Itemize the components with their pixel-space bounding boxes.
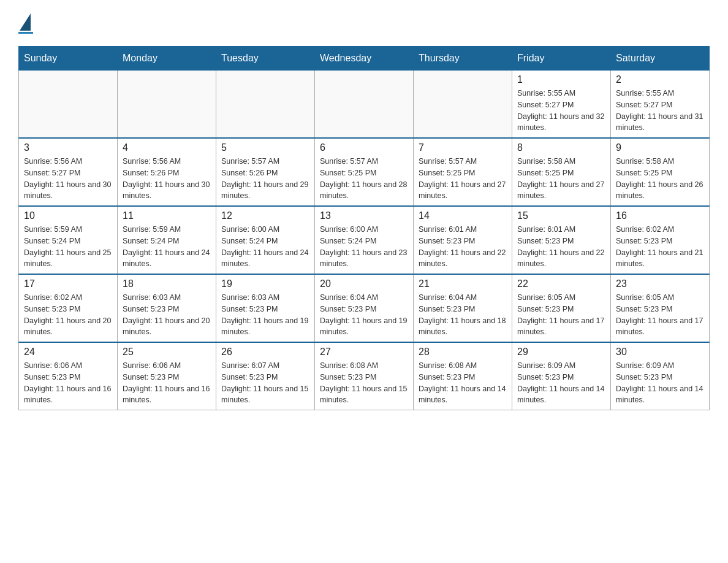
- day-info: Sunrise: 5:59 AMSunset: 5:24 PMDaylight:…: [123, 224, 211, 270]
- calendar-cell: 21Sunrise: 6:04 AMSunset: 5:23 PMDayligh…: [414, 274, 512, 342]
- day-number: 30: [616, 347, 704, 358]
- day-number: 27: [320, 347, 408, 358]
- day-info: Sunrise: 6:09 AMSunset: 5:23 PMDaylight:…: [616, 360, 704, 406]
- day-number: 7: [419, 142, 507, 153]
- day-info: Sunrise: 5:57 AMSunset: 5:25 PMDaylight:…: [419, 156, 507, 202]
- weekday-header-tuesday: Tuesday: [216, 47, 315, 71]
- calendar-cell: 24Sunrise: 6:06 AMSunset: 5:23 PMDayligh…: [19, 342, 118, 410]
- calendar-week-row: 24Sunrise: 6:06 AMSunset: 5:23 PMDayligh…: [19, 342, 710, 410]
- day-number: 25: [123, 347, 211, 358]
- day-info: Sunrise: 5:55 AMSunset: 5:27 PMDaylight:…: [517, 88, 605, 134]
- day-info: Sunrise: 5:58 AMSunset: 5:25 PMDaylight:…: [517, 156, 605, 202]
- calendar-cell: 27Sunrise: 6:08 AMSunset: 5:23 PMDayligh…: [315, 342, 414, 410]
- calendar-cell: [414, 71, 512, 139]
- weekday-header-wednesday: Wednesday: [315, 47, 414, 71]
- calendar-cell: 14Sunrise: 6:01 AMSunset: 5:23 PMDayligh…: [414, 206, 512, 274]
- calendar-cell: 13Sunrise: 6:00 AMSunset: 5:24 PMDayligh…: [315, 206, 414, 274]
- calendar-cell: 5Sunrise: 5:57 AMSunset: 5:26 PMDaylight…: [216, 138, 315, 206]
- day-info: Sunrise: 6:09 AMSunset: 5:23 PMDaylight:…: [517, 360, 605, 406]
- page-header: [18, 12, 710, 34]
- calendar-cell: 19Sunrise: 6:03 AMSunset: 5:23 PMDayligh…: [216, 274, 315, 342]
- weekday-header-saturday: Saturday: [611, 47, 710, 71]
- day-info: Sunrise: 6:01 AMSunset: 5:23 PMDaylight:…: [517, 224, 605, 270]
- day-number: 12: [221, 210, 309, 221]
- day-info: Sunrise: 5:55 AMSunset: 5:27 PMDaylight:…: [616, 88, 704, 134]
- calendar-cell: [19, 71, 118, 139]
- day-info: Sunrise: 6:06 AMSunset: 5:23 PMDaylight:…: [24, 360, 112, 406]
- day-info: Sunrise: 5:57 AMSunset: 5:25 PMDaylight:…: [320, 156, 408, 202]
- day-number: 6: [320, 142, 408, 153]
- day-number: 14: [419, 210, 507, 221]
- day-number: 9: [616, 142, 704, 153]
- calendar-cell: 12Sunrise: 6:00 AMSunset: 5:24 PMDayligh…: [216, 206, 315, 274]
- weekday-header-row: SundayMondayTuesdayWednesdayThursdayFrid…: [19, 47, 710, 71]
- calendar-cell: 3Sunrise: 5:56 AMSunset: 5:27 PMDaylight…: [19, 138, 118, 206]
- day-info: Sunrise: 5:56 AMSunset: 5:26 PMDaylight:…: [123, 156, 211, 202]
- calendar-cell: [216, 71, 315, 139]
- day-info: Sunrise: 5:56 AMSunset: 5:27 PMDaylight:…: [24, 156, 112, 202]
- logo-underline: [18, 32, 33, 34]
- calendar-cell: [315, 71, 414, 139]
- day-info: Sunrise: 5:58 AMSunset: 5:25 PMDaylight:…: [616, 156, 704, 202]
- day-number: 20: [320, 278, 408, 289]
- calendar-cell: [118, 71, 216, 139]
- calendar-cell: 30Sunrise: 6:09 AMSunset: 5:23 PMDayligh…: [611, 342, 710, 410]
- day-number: 21: [419, 278, 507, 289]
- day-number: 13: [320, 210, 408, 221]
- calendar-week-row: 1Sunrise: 5:55 AMSunset: 5:27 PMDaylight…: [19, 71, 710, 139]
- day-info: Sunrise: 6:07 AMSunset: 5:23 PMDaylight:…: [221, 360, 309, 406]
- calendar-cell: 28Sunrise: 6:08 AMSunset: 5:23 PMDayligh…: [414, 342, 512, 410]
- day-info: Sunrise: 6:08 AMSunset: 5:23 PMDaylight:…: [419, 360, 507, 406]
- day-info: Sunrise: 6:08 AMSunset: 5:23 PMDaylight:…: [320, 360, 408, 406]
- calendar-cell: 1Sunrise: 5:55 AMSunset: 5:27 PMDaylight…: [512, 71, 611, 139]
- day-number: 26: [221, 347, 309, 358]
- day-number: 10: [24, 210, 112, 221]
- day-number: 16: [616, 210, 704, 221]
- calendar-week-row: 10Sunrise: 5:59 AMSunset: 5:24 PMDayligh…: [19, 206, 710, 274]
- day-number: 11: [123, 210, 211, 221]
- calendar-cell: 29Sunrise: 6:09 AMSunset: 5:23 PMDayligh…: [512, 342, 611, 410]
- calendar-cell: 22Sunrise: 6:05 AMSunset: 5:23 PMDayligh…: [512, 274, 611, 342]
- day-number: 19: [221, 278, 309, 289]
- day-info: Sunrise: 6:04 AMSunset: 5:23 PMDaylight:…: [419, 292, 507, 338]
- calendar-cell: 15Sunrise: 6:01 AMSunset: 5:23 PMDayligh…: [512, 206, 611, 274]
- calendar-cell: 16Sunrise: 6:02 AMSunset: 5:23 PMDayligh…: [611, 206, 710, 274]
- calendar-cell: 6Sunrise: 5:57 AMSunset: 5:25 PMDaylight…: [315, 138, 414, 206]
- day-number: 24: [24, 347, 112, 358]
- day-info: Sunrise: 6:06 AMSunset: 5:23 PMDaylight:…: [123, 360, 211, 406]
- day-number: 17: [24, 278, 112, 289]
- day-number: 23: [616, 278, 704, 289]
- day-number: 3: [24, 142, 112, 153]
- calendar-cell: 4Sunrise: 5:56 AMSunset: 5:26 PMDaylight…: [118, 138, 216, 206]
- calendar-week-row: 3Sunrise: 5:56 AMSunset: 5:27 PMDaylight…: [19, 138, 710, 206]
- calendar-table: SundayMondayTuesdayWednesdayThursdayFrid…: [18, 46, 710, 410]
- calendar-cell: 25Sunrise: 6:06 AMSunset: 5:23 PMDayligh…: [118, 342, 216, 410]
- weekday-header-sunday: Sunday: [19, 47, 118, 71]
- calendar-cell: 18Sunrise: 6:03 AMSunset: 5:23 PMDayligh…: [118, 274, 216, 342]
- day-info: Sunrise: 6:02 AMSunset: 5:23 PMDaylight:…: [24, 292, 112, 338]
- day-number: 1: [517, 74, 605, 85]
- calendar-cell: 20Sunrise: 6:04 AMSunset: 5:23 PMDayligh…: [315, 274, 414, 342]
- day-number: 29: [517, 347, 605, 358]
- day-info: Sunrise: 6:01 AMSunset: 5:23 PMDaylight:…: [419, 224, 507, 270]
- logo: [18, 12, 33, 34]
- logo-triangle-icon: [20, 13, 31, 31]
- day-info: Sunrise: 6:05 AMSunset: 5:23 PMDaylight:…: [616, 292, 704, 338]
- calendar-cell: 2Sunrise: 5:55 AMSunset: 5:27 PMDaylight…: [611, 71, 710, 139]
- day-number: 15: [517, 210, 605, 221]
- calendar-cell: 23Sunrise: 6:05 AMSunset: 5:23 PMDayligh…: [611, 274, 710, 342]
- calendar-cell: 10Sunrise: 5:59 AMSunset: 5:24 PMDayligh…: [19, 206, 118, 274]
- day-info: Sunrise: 6:02 AMSunset: 5:23 PMDaylight:…: [616, 224, 704, 270]
- calendar-cell: 26Sunrise: 6:07 AMSunset: 5:23 PMDayligh…: [216, 342, 315, 410]
- day-number: 18: [123, 278, 211, 289]
- day-info: Sunrise: 6:00 AMSunset: 5:24 PMDaylight:…: [221, 224, 309, 270]
- weekday-header-thursday: Thursday: [414, 47, 512, 71]
- calendar-cell: 11Sunrise: 5:59 AMSunset: 5:24 PMDayligh…: [118, 206, 216, 274]
- calendar-cell: 8Sunrise: 5:58 AMSunset: 5:25 PMDaylight…: [512, 138, 611, 206]
- day-info: Sunrise: 5:57 AMSunset: 5:26 PMDaylight:…: [221, 156, 309, 202]
- day-number: 5: [221, 142, 309, 153]
- day-info: Sunrise: 6:00 AMSunset: 5:24 PMDaylight:…: [320, 224, 408, 270]
- day-number: 22: [517, 278, 605, 289]
- weekday-header-friday: Friday: [512, 47, 611, 71]
- day-number: 2: [616, 74, 704, 85]
